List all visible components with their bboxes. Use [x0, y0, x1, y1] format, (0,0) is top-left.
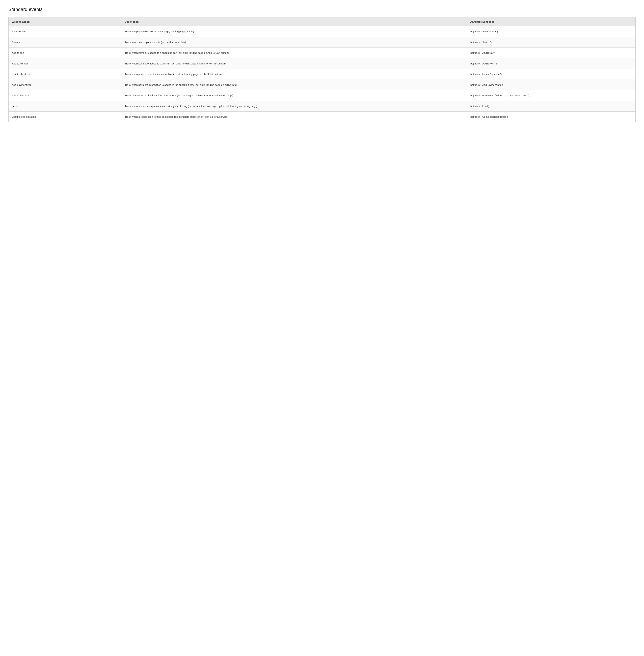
table-row: SearchTrack searches on your website (ex…	[8, 37, 636, 48]
table-row: Make purchaseTrack purchases or checkout…	[8, 90, 636, 101]
cell-description: Track when people enter the checkout flo…	[121, 69, 466, 80]
cell-code: fbq('track', 'Search');	[466, 37, 636, 48]
cell-action: Search	[8, 37, 121, 48]
cell-description: Track key page views (ex: product page, …	[121, 26, 466, 37]
cell-action: Lead	[8, 101, 121, 112]
cell-code: fbq('track', 'Lead');	[466, 101, 636, 112]
cell-code: fbq('track', 'AddToWishlist');	[466, 58, 636, 69]
cell-code: fbq('track', 'AddToCart');	[466, 48, 636, 59]
cell-action: Add to wishlist	[8, 58, 121, 69]
cell-description: Track when payment information is added …	[121, 80, 466, 90]
cell-action: View content	[8, 26, 121, 37]
cell-action: Add to cart	[8, 48, 121, 59]
header-description: Description	[121, 17, 466, 26]
cell-description: Track when items are added to a wishlist…	[121, 58, 466, 69]
cell-code: fbq('track', 'AddPaymentInfo');	[466, 80, 636, 90]
cell-code: fbq('track', 'InitiateCheckout');	[466, 69, 636, 80]
table-row: Add to cartTrack when items are added to…	[8, 48, 636, 59]
cell-description: Track searches on your website (ex: prod…	[121, 37, 466, 48]
cell-description: Track purchases or checkout flow complet…	[121, 90, 466, 101]
cell-description: Track when someone expresses interest in…	[121, 101, 466, 112]
table-header-row: Website action Description Standard even…	[8, 17, 636, 26]
header-code: Standard event code	[466, 17, 636, 26]
cell-action: Complete registration	[8, 112, 121, 123]
table-row: Add payment infoTrack when payment infor…	[8, 80, 636, 90]
standard-events-table: Website action Description Standard even…	[8, 17, 636, 123]
cell-code: fbq('track', 'CompleteRegistration');	[466, 112, 636, 123]
cell-action: Initiate checkout	[8, 69, 121, 80]
page-title: Standard events	[8, 7, 636, 12]
cell-code: fbq('track', 'ViewContent');	[466, 26, 636, 37]
cell-code: fbq('track', 'Purchase', {value: '0.00',…	[466, 90, 636, 101]
cell-description: Track when items are added to a shopping…	[121, 48, 466, 59]
header-action: Website action	[8, 17, 121, 26]
cell-action: Add payment info	[8, 80, 121, 90]
table-row: LeadTrack when someone expresses interes…	[8, 101, 636, 112]
table-row: View contentTrack key page views (ex: pr…	[8, 26, 636, 37]
table-row: Complete registrationTrack when a regist…	[8, 112, 636, 123]
table-row: Initiate checkoutTrack when people enter…	[8, 69, 636, 80]
cell-action: Make purchase	[8, 90, 121, 101]
cell-description: Track when a registration form is comple…	[121, 112, 466, 123]
table-row: Add to wishlistTrack when items are adde…	[8, 58, 636, 69]
